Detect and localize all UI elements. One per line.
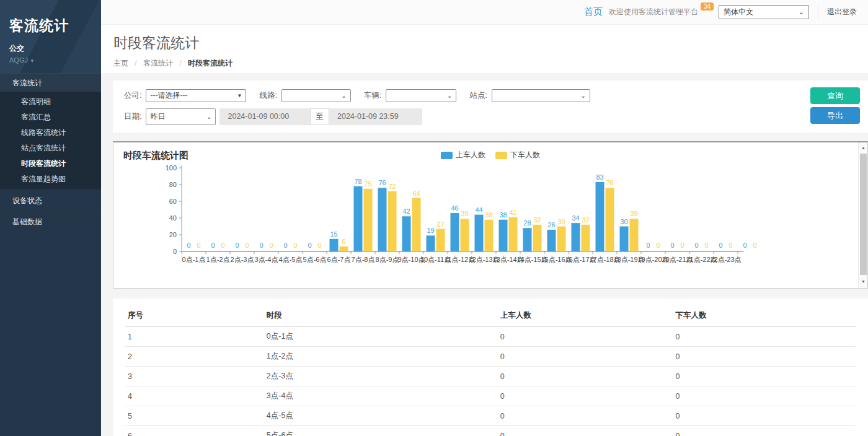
svg-text:34: 34	[572, 214, 579, 222]
svg-text:0: 0	[221, 242, 224, 249]
svg-text:41: 41	[509, 209, 516, 216]
table-cell: 1	[125, 327, 264, 347]
company-label: 公司:	[124, 90, 141, 101]
company-select[interactable]: ---请选择--- ▼	[146, 89, 246, 102]
export-button[interactable]: 导出	[810, 107, 860, 124]
table-cell: 0点-1点	[264, 327, 498, 347]
svg-text:30: 30	[557, 218, 565, 225]
legend-label: 上车人数	[456, 150, 485, 160]
legend-item-boarding[interactable]: 上车人数	[441, 150, 485, 160]
sidebar-logo-area: 客流统计 公交 AQGJ ▼	[0, 0, 101, 73]
date-preset-value: 昨日	[150, 111, 165, 122]
svg-text:0: 0	[680, 242, 684, 249]
breadcrumb-home[interactable]: 主页	[113, 59, 128, 68]
breadcrumb-separator: /	[135, 59, 136, 68]
svg-text:0: 0	[317, 242, 321, 249]
table-cell: 6	[125, 426, 264, 436]
logout-link[interactable]: 退出登录	[818, 5, 862, 19]
table-cell: 5点-6点	[264, 426, 498, 436]
svg-text:0: 0	[269, 242, 273, 249]
svg-text:15: 15	[330, 230, 337, 238]
breadcrumb: 主页 / 客流统计 / 时段客流统计	[113, 58, 868, 69]
scroll-down-icon[interactable]: ▼	[859, 277, 868, 286]
svg-text:8点-9点: 8点-9点	[376, 256, 399, 263]
sidebar-item-station-stats[interactable]: 站点客流统计	[0, 141, 101, 156]
svg-text:27: 27	[436, 220, 444, 228]
svg-text:39: 39	[630, 210, 637, 217]
table-header-cell: 上车人数	[498, 305, 673, 327]
svg-text:3点-4点: 3点-4点	[255, 256, 278, 263]
table-cell: 1点-2点	[264, 347, 498, 367]
svg-text:2点-3点: 2点-3点	[231, 256, 254, 263]
table-cell: 0	[673, 406, 856, 426]
svg-text:0: 0	[656, 242, 660, 249]
home-link[interactable]: 首页	[584, 6, 603, 18]
table-cell: 0	[498, 386, 673, 406]
chevron-down-icon: ⌄	[447, 92, 452, 99]
svg-text:39: 39	[461, 210, 468, 217]
sidebar-submenu: 客流明细 客流汇总 线路客流统计 站点客流统计 时段客流统计 客流量趋势图	[0, 92, 101, 190]
breadcrumb-section[interactable]: 客流统计	[143, 59, 173, 68]
org-code-dropdown[interactable]: AQGJ ▼	[9, 56, 101, 64]
language-value: 简体中文	[724, 7, 753, 17]
svg-text:32: 32	[533, 216, 541, 224]
svg-text:42: 42	[402, 207, 410, 215]
svg-text:0: 0	[646, 242, 650, 249]
table-header-cell: 下车人数	[673, 305, 856, 327]
date-label: 日期:	[124, 111, 141, 122]
sidebar-item-trend-chart[interactable]: 客流量趋势图	[0, 172, 101, 187]
filter-panel: 公司: ---请选择--- ▼ 线路: ⌄ 车辆: ⌄ 站点:	[113, 81, 868, 133]
svg-text:0: 0	[743, 242, 746, 249]
table-row: 32点-3点00	[125, 367, 856, 386]
svg-text:20: 20	[169, 231, 177, 238]
chevron-down-icon: ⌄	[342, 92, 347, 99]
svg-text:6: 6	[342, 238, 345, 245]
date-start-input[interactable]: 2024-01-09 00:00	[219, 108, 310, 125]
svg-text:0: 0	[719, 242, 722, 249]
table-cell: 2点-3点	[264, 367, 498, 386]
period-stats-table: 序号时段上车人数下车人数 10点-1点0021点-2点0032点-3点0043点…	[125, 305, 856, 436]
table-cell: 0	[673, 367, 856, 386]
table-cell: 4点-5点	[264, 406, 498, 426]
svg-text:0: 0	[211, 242, 215, 249]
svg-text:0: 0	[728, 242, 732, 249]
station-select[interactable]: ⌄	[492, 89, 590, 102]
sidebar-item-base-data[interactable]: 基础数据	[0, 211, 101, 232]
vehicle-select[interactable]: ⌄	[386, 89, 456, 102]
filter-row-1: 公司: ---请选择--- ▼ 线路: ⌄ 车辆: ⌄ 站点:	[124, 87, 868, 104]
page-header: 时段客流统计 主页 / 客流统计 / 时段客流统计	[101, 25, 868, 73]
svg-text:40: 40	[169, 214, 177, 222]
filter-row-2: 日期: 昨日 ⌄ 2024-01-09 00:00 至 2024-01-09 2…	[124, 108, 868, 125]
line-select[interactable]: ⌄	[281, 89, 351, 102]
chart-legend: 上车人数 下车人数	[441, 150, 540, 160]
table-cell: 5	[125, 406, 264, 426]
scroll-up-icon[interactable]: ▲	[859, 144, 868, 152]
line-label: 线路:	[259, 90, 277, 101]
query-button[interactable]: 查询	[810, 87, 860, 104]
chart-scrollbar[interactable]: ▲ ▼	[858, 142, 867, 288]
scrollbar-thumb[interactable]	[860, 154, 867, 275]
date-end-input[interactable]: 2024-01-09 23:59	[329, 108, 422, 125]
breadcrumb-separator: /	[179, 59, 181, 68]
page-title: 时段客流统计	[113, 33, 868, 53]
table-cell: 0	[673, 347, 856, 367]
sidebar-item-line-stats[interactable]: 线路客流统计	[0, 125, 101, 141]
bar-chart-svg: 020406080100000点-1点001点-2点002点-3点003点-4点…	[149, 164, 769, 271]
date-preset-select[interactable]: 昨日 ⌄	[146, 108, 216, 125]
table-panel: 序号时段上车人数下车人数 10点-1点0021点-2点0032点-3点0043点…	[113, 299, 868, 436]
sidebar-item-device-status[interactable]: 设备状态	[0, 190, 101, 211]
svg-text:22点-23点: 22点-23点	[710, 256, 741, 263]
sidebar-item-passenger-summary[interactable]: 客流汇总	[0, 110, 101, 125]
language-select[interactable]: 简体中文 ⌄	[719, 5, 809, 19]
svg-text:1点-2点: 1点-2点	[206, 256, 230, 263]
notification-badge[interactable]: 34	[701, 2, 714, 11]
table-row: 10点-1点00	[125, 327, 856, 347]
svg-text:30: 30	[620, 218, 627, 225]
sidebar-item-passenger-detail[interactable]: 客流明细	[0, 94, 101, 110]
sidebar-section-passenger-stats[interactable]: 客流统计	[0, 73, 101, 92]
top-bar: 首页 欢迎使用客流统计管理平台 34 简体中文 ⌄ 退出登录	[101, 0, 868, 25]
legend-item-alighting[interactable]: 下车人数	[495, 150, 540, 160]
sidebar-item-period-stats[interactable]: 时段客流统计	[0, 156, 101, 172]
table-cell: 3点-4点	[264, 386, 498, 406]
svg-text:0: 0	[670, 242, 674, 249]
